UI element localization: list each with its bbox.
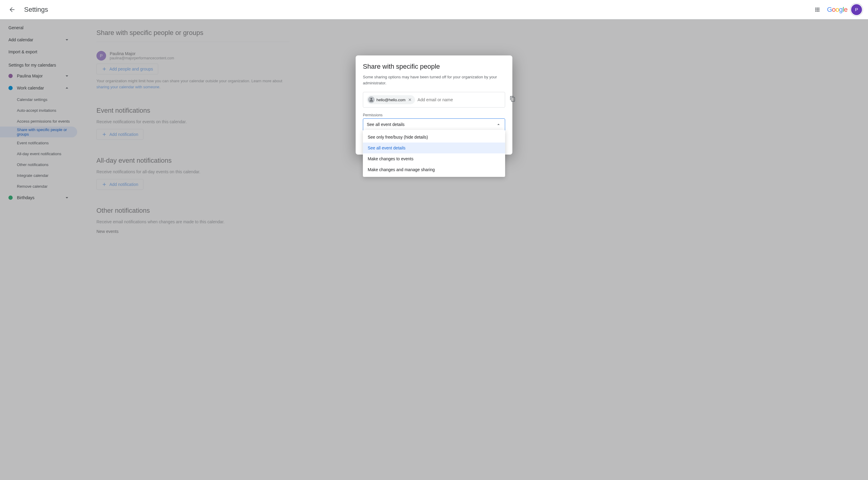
chip-remove-button[interactable] <box>407 97 412 102</box>
permissions-label: Permissions <box>363 113 505 117</box>
permissions-dropdown: See only free/busy (hide details) See al… <box>363 130 505 177</box>
arrow-back-icon <box>8 6 16 13</box>
perm-option-all-details[interactable]: See all event details <box>363 142 505 153</box>
perm-option-freebusy[interactable]: See only free/busy (hide details) <box>363 132 505 142</box>
recipients-input[interactable] <box>417 97 501 102</box>
modal-scrim[interactable]: Share with specific people Some sharing … <box>0 19 868 480</box>
apps-grid-icon <box>814 7 820 13</box>
person-icon <box>368 96 375 103</box>
dropdown-arrow-icon <box>496 122 501 127</box>
avatar-letter: P <box>851 4 862 15</box>
page-title: Settings <box>24 6 48 13</box>
back-button[interactable] <box>5 2 19 17</box>
recipient-chip: hello@hello.com <box>367 95 415 104</box>
recipients-field[interactable]: hello@hello.com <box>363 92 505 107</box>
google-logo: Google <box>827 6 847 13</box>
permissions-select[interactable]: See all event details See only free/busy… <box>363 119 505 130</box>
modal-title: Share with specific people <box>363 63 505 70</box>
permissions-selected-value: See all event details <box>367 122 404 127</box>
apps-button[interactable] <box>810 2 825 17</box>
chip-email: hello@hello.com <box>376 98 405 102</box>
perm-option-manage-sharing[interactable]: Make changes and manage sharing <box>363 164 505 175</box>
modal-subtitle: Some sharing options may have been turne… <box>363 74 505 86</box>
account-avatar[interactable]: P <box>850 3 863 16</box>
copy-icon <box>510 96 516 102</box>
perm-option-make-changes[interactable]: Make changes to events <box>363 153 505 164</box>
close-icon <box>408 98 412 102</box>
topbar: Settings Google P <box>0 0 868 19</box>
share-modal: Share with specific people Some sharing … <box>355 56 513 155</box>
